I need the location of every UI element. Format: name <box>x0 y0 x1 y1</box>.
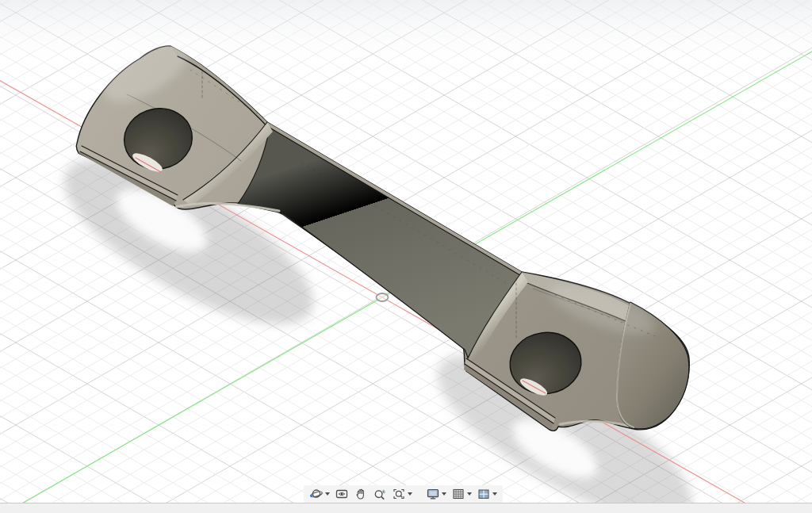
svg-text:±: ± <box>382 488 386 495</box>
chevron-down-icon <box>467 492 472 496</box>
orbit-icon <box>309 487 324 501</box>
chevron-down-icon <box>492 492 497 496</box>
zoom-button[interactable]: ± <box>372 486 388 502</box>
chevron-down-icon <box>442 492 446 496</box>
timeline-strip <box>0 503 812 513</box>
navigation-toolbar: ± <box>304 485 503 503</box>
pan-icon <box>354 487 368 501</box>
fit-button[interactable] <box>391 486 413 502</box>
look-at-icon <box>335 487 349 501</box>
model-canvas[interactable] <box>0 0 812 513</box>
origin-marker <box>377 293 389 301</box>
pan-button[interactable] <box>353 486 369 502</box>
grid-snaps-icon <box>451 487 465 501</box>
viewports-button[interactable] <box>476 486 498 502</box>
display-settings-button[interactable] <box>425 486 447 502</box>
display-settings-icon <box>426 487 440 501</box>
chevron-down-icon <box>408 492 412 496</box>
orbit-button[interactable] <box>308 486 331 502</box>
grid-snaps-button[interactable] <box>450 486 473 502</box>
look-at-button[interactable] <box>334 486 350 502</box>
viewports-icon <box>477 487 491 501</box>
chevron-down-icon <box>325 492 330 496</box>
fit-icon <box>392 487 406 501</box>
cad-viewport[interactable]: ± <box>0 0 812 513</box>
zoom-icon: ± <box>373 487 387 501</box>
